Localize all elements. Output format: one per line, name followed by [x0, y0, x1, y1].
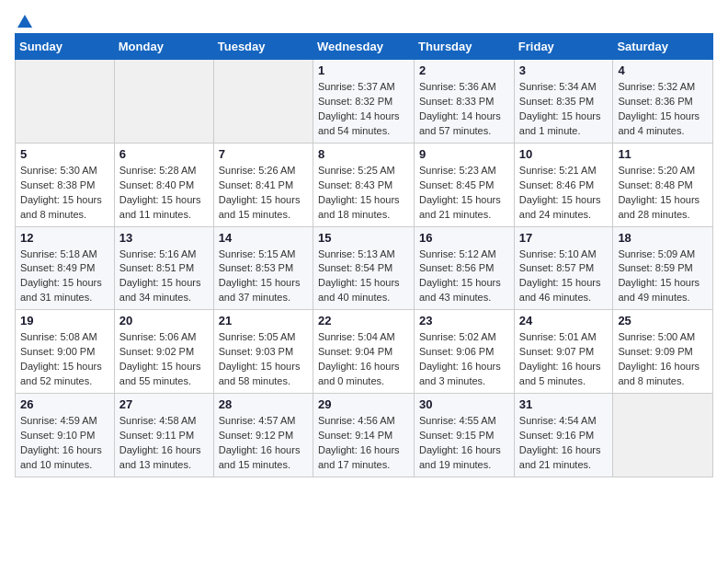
header-friday: Friday: [514, 34, 613, 60]
day-number: 15: [318, 231, 409, 245]
day-number: 27: [119, 397, 209, 411]
calendar-cell: 10Sunrise: 5:21 AMSunset: 8:46 PMDayligh…: [514, 143, 613, 226]
day-info: Sunrise: 5:20 AMSunset: 8:48 PMDaylight:…: [618, 164, 708, 223]
day-number: 1: [318, 63, 409, 77]
calendar-cell: 16Sunrise: 5:12 AMSunset: 8:56 PMDayligh…: [415, 226, 515, 310]
week-row-3: 12Sunrise: 5:18 AMSunset: 8:49 PMDayligh…: [16, 226, 713, 310]
calendar-cell: 31Sunrise: 4:54 AMSunset: 9:16 PMDayligh…: [514, 394, 613, 477]
day-info: Sunrise: 4:56 AMSunset: 9:14 PMDaylight:…: [318, 414, 409, 473]
day-number: 30: [419, 397, 509, 411]
calendar-cell: 23Sunrise: 5:02 AMSunset: 9:06 PMDayligh…: [415, 310, 515, 394]
day-number: 4: [618, 63, 708, 77]
day-info: Sunrise: 5:01 AMSunset: 9:07 PMDaylight:…: [519, 330, 609, 389]
header-monday: Monday: [114, 34, 213, 60]
day-number: 19: [20, 314, 109, 327]
header-thursday: Thursday: [415, 34, 515, 60]
day-info: Sunrise: 5:10 AMSunset: 8:57 PMDaylight:…: [519, 247, 609, 306]
day-info: Sunrise: 5:21 AMSunset: 8:46 PMDaylight:…: [519, 164, 609, 223]
calendar-cell: 6Sunrise: 5:28 AMSunset: 8:40 PMDaylight…: [114, 143, 213, 226]
calendar-cell: [613, 394, 713, 477]
calendar-cell: 29Sunrise: 4:56 AMSunset: 9:14 PMDayligh…: [313, 394, 414, 477]
day-number: 24: [519, 314, 609, 327]
calendar-cell: 5Sunrise: 5:30 AMSunset: 8:38 PMDaylight…: [16, 143, 115, 226]
calendar-cell: 13Sunrise: 5:16 AMSunset: 8:51 PMDayligh…: [114, 226, 213, 310]
day-info: Sunrise: 5:26 AMSunset: 8:41 PMDaylight:…: [219, 164, 308, 223]
day-info: Sunrise: 5:16 AMSunset: 8:51 PMDaylight:…: [119, 247, 209, 306]
calendar-cell: 19Sunrise: 5:08 AMSunset: 9:00 PMDayligh…: [16, 310, 115, 394]
header-saturday: Saturday: [613, 34, 713, 60]
day-number: 31: [519, 397, 609, 411]
day-number: 2: [419, 63, 509, 77]
calendar-cell: 20Sunrise: 5:06 AMSunset: 9:02 PMDayligh…: [114, 310, 213, 394]
day-number: 21: [219, 314, 308, 327]
day-info: Sunrise: 5:18 AMSunset: 8:49 PMDaylight:…: [20, 247, 109, 306]
day-info: Sunrise: 5:34 AMSunset: 8:35 PMDaylight:…: [519, 80, 609, 139]
header-tuesday: Tuesday: [213, 34, 313, 60]
day-info: Sunrise: 5:04 AMSunset: 9:04 PMDaylight:…: [318, 330, 409, 389]
calendar-cell: 2Sunrise: 5:36 AMSunset: 8:33 PMDaylight…: [415, 60, 515, 144]
day-info: Sunrise: 4:55 AMSunset: 9:15 PMDaylight:…: [419, 414, 509, 473]
day-info: Sunrise: 5:12 AMSunset: 8:56 PMDaylight:…: [419, 247, 509, 306]
day-number: 22: [318, 314, 409, 327]
day-number: 14: [219, 231, 308, 245]
page-header: [15, 15, 713, 26]
day-number: 29: [318, 397, 409, 411]
day-info: Sunrise: 5:06 AMSunset: 9:02 PMDaylight:…: [119, 330, 209, 389]
calendar-cell: 24Sunrise: 5:01 AMSunset: 9:07 PMDayligh…: [514, 310, 613, 394]
day-info: Sunrise: 5:05 AMSunset: 9:03 PMDaylight:…: [219, 330, 308, 389]
logo: [15, 15, 33, 26]
day-info: Sunrise: 5:30 AMSunset: 8:38 PMDaylight:…: [20, 164, 109, 223]
day-info: Sunrise: 4:59 AMSunset: 9:10 PMDaylight:…: [20, 414, 109, 473]
week-row-1: 1Sunrise: 5:37 AMSunset: 8:32 PMDaylight…: [16, 60, 713, 144]
calendar-cell: 25Sunrise: 5:00 AMSunset: 9:09 PMDayligh…: [613, 310, 713, 394]
calendar-cell: 7Sunrise: 5:26 AMSunset: 8:41 PMDaylight…: [213, 143, 313, 226]
day-info: Sunrise: 5:28 AMSunset: 8:40 PMDaylight:…: [119, 164, 209, 223]
day-number: 28: [219, 397, 308, 411]
day-info: Sunrise: 4:54 AMSunset: 9:16 PMDaylight:…: [519, 414, 609, 473]
day-number: 5: [20, 147, 109, 161]
day-info: Sunrise: 5:13 AMSunset: 8:54 PMDaylight:…: [318, 247, 409, 306]
day-number: 3: [519, 63, 609, 77]
day-info: Sunrise: 5:15 AMSunset: 8:53 PMDaylight:…: [219, 247, 308, 306]
day-number: 20: [119, 314, 209, 327]
calendar-cell: 17Sunrise: 5:10 AMSunset: 8:57 PMDayligh…: [514, 226, 613, 310]
calendar-cell: 9Sunrise: 5:23 AMSunset: 8:45 PMDaylight…: [415, 143, 515, 226]
day-number: 12: [20, 231, 109, 245]
day-info: Sunrise: 5:02 AMSunset: 9:06 PMDaylight:…: [419, 330, 509, 389]
calendar-cell: 8Sunrise: 5:25 AMSunset: 8:43 PMDaylight…: [313, 143, 414, 226]
logo-icon: [17, 13, 33, 29]
day-number: 18: [618, 231, 708, 245]
day-info: Sunrise: 5:36 AMSunset: 8:33 PMDaylight:…: [419, 80, 509, 139]
day-number: 13: [119, 231, 209, 245]
day-info: Sunrise: 5:00 AMSunset: 9:09 PMDaylight:…: [618, 330, 708, 389]
calendar-cell: 18Sunrise: 5:09 AMSunset: 8:59 PMDayligh…: [613, 226, 713, 310]
day-info: Sunrise: 5:25 AMSunset: 8:43 PMDaylight:…: [318, 164, 409, 223]
calendar-cell: 1Sunrise: 5:37 AMSunset: 8:32 PMDaylight…: [313, 60, 414, 144]
week-row-2: 5Sunrise: 5:30 AMSunset: 8:38 PMDaylight…: [16, 143, 713, 226]
day-info: Sunrise: 5:23 AMSunset: 8:45 PMDaylight:…: [419, 164, 509, 223]
day-number: 9: [419, 147, 509, 161]
calendar-cell: 28Sunrise: 4:57 AMSunset: 9:12 PMDayligh…: [213, 394, 313, 477]
day-number: 25: [618, 314, 708, 327]
week-row-5: 26Sunrise: 4:59 AMSunset: 9:10 PMDayligh…: [16, 394, 713, 477]
day-info: Sunrise: 4:57 AMSunset: 9:12 PMDaylight:…: [219, 414, 308, 473]
week-row-4: 19Sunrise: 5:08 AMSunset: 9:00 PMDayligh…: [16, 310, 713, 394]
day-number: 23: [419, 314, 509, 327]
day-number: 16: [419, 231, 509, 245]
calendar-cell: 27Sunrise: 4:58 AMSunset: 9:11 PMDayligh…: [114, 394, 213, 477]
calendar-cell: 21Sunrise: 5:05 AMSunset: 9:03 PMDayligh…: [213, 310, 313, 394]
calendar-cell: 14Sunrise: 5:15 AMSunset: 8:53 PMDayligh…: [213, 226, 313, 310]
day-number: 10: [519, 147, 609, 161]
calendar-cell: 11Sunrise: 5:20 AMSunset: 8:48 PMDayligh…: [613, 143, 713, 226]
day-number: 7: [219, 147, 308, 161]
calendar-cell: [114, 60, 213, 144]
day-number: 26: [20, 397, 109, 411]
day-info: Sunrise: 5:37 AMSunset: 8:32 PMDaylight:…: [318, 80, 409, 139]
calendar-cell: 22Sunrise: 5:04 AMSunset: 9:04 PMDayligh…: [313, 310, 414, 394]
calendar-cell: 12Sunrise: 5:18 AMSunset: 8:49 PMDayligh…: [16, 226, 115, 310]
day-info: Sunrise: 5:32 AMSunset: 8:36 PMDaylight:…: [618, 80, 708, 139]
calendar-cell: [16, 60, 115, 144]
calendar-cell: 26Sunrise: 4:59 AMSunset: 9:10 PMDayligh…: [16, 394, 115, 477]
day-number: 17: [519, 231, 609, 245]
calendar-cell: 30Sunrise: 4:55 AMSunset: 9:15 PMDayligh…: [415, 394, 515, 477]
